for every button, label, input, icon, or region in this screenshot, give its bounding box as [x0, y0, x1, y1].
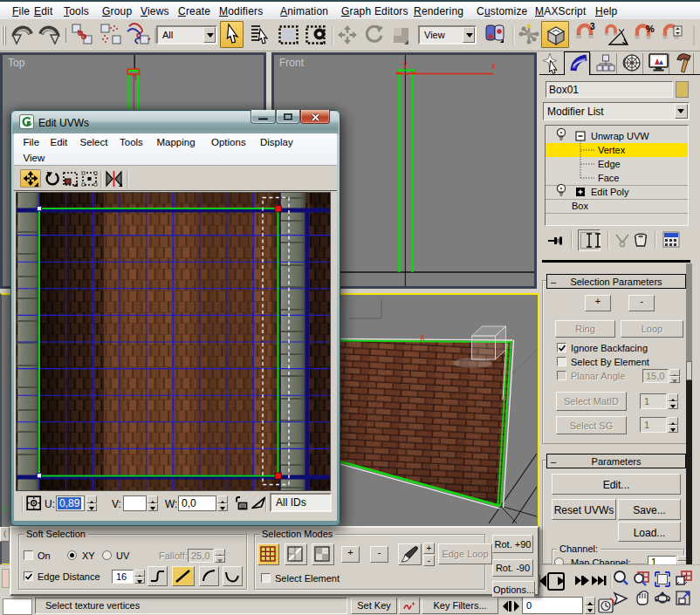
- svg-text:z: z: [3, 504, 7, 513]
- svg-text:x: x: [421, 332, 425, 342]
- svg-text:x: x: [491, 61, 496, 71]
- svg-text:y: y: [403, 59, 408, 69]
- svg-text:%: %: [646, 24, 655, 34]
- svg-text:3: 3: [590, 22, 595, 31]
